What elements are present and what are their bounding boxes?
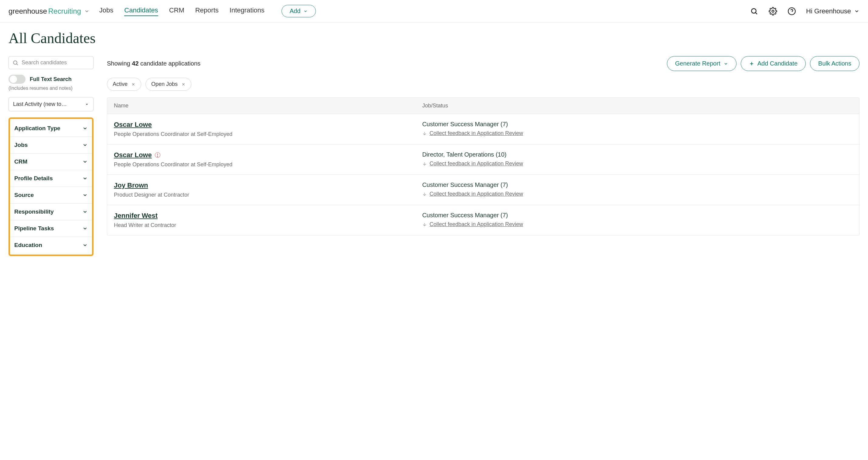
candidate-subtitle: Product Designer at Contractor bbox=[114, 192, 409, 198]
filter-education[interactable]: Education bbox=[10, 237, 92, 253]
full-text-toggle[interactable] bbox=[8, 75, 26, 84]
filter-responsibility[interactable]: Responsibility bbox=[10, 204, 92, 220]
candidate-name-link[interactable]: Joy Brown bbox=[114, 182, 148, 189]
chevron-down-icon bbox=[82, 142, 88, 148]
filter-label: Responsibility bbox=[14, 208, 54, 215]
main-header: Showing 42 candidate applications Genera… bbox=[107, 56, 860, 71]
bulk-actions-label: Bulk Actions bbox=[818, 60, 851, 67]
table-row: Joy Brown Product Designer at Contractor… bbox=[107, 174, 859, 205]
candidates-table: Name Job/Status Oscar Lowe People Operat… bbox=[107, 97, 860, 235]
arrow-down-icon bbox=[422, 192, 427, 197]
feedback-row: Collect feedback in Application Review bbox=[422, 191, 852, 197]
bulk-actions-button[interactable]: Bulk Actions bbox=[810, 56, 860, 71]
add-candidate-label: Add Candidate bbox=[757, 60, 798, 67]
feedback-row: Collect feedback in Application Review bbox=[422, 161, 852, 167]
feedback-row: Collect feedback in Application Review bbox=[422, 221, 852, 228]
filter-source[interactable]: Source bbox=[10, 187, 92, 204]
svg-point-0 bbox=[751, 8, 756, 13]
chip-label: Open Jobs bbox=[151, 81, 178, 88]
nav-candidates[interactable]: Candidates bbox=[124, 6, 158, 16]
job-title: Customer Success Manager (7) bbox=[422, 182, 852, 189]
table-header: Name Job/Status bbox=[107, 98, 859, 114]
search-input[interactable] bbox=[22, 60, 90, 66]
filter-label: Application Type bbox=[14, 125, 60, 132]
chevron-down-icon bbox=[82, 226, 88, 231]
filter-profile-details[interactable]: Profile Details bbox=[10, 170, 92, 187]
filter-label: Jobs bbox=[14, 142, 28, 149]
logo-text-1: greenhouse bbox=[8, 7, 47, 15]
column-job[interactable]: Job/Status bbox=[415, 98, 859, 114]
feedback-link[interactable]: Collect feedback in Application Review bbox=[429, 191, 523, 197]
filter-label: CRM bbox=[14, 158, 27, 165]
add-button[interactable]: Add bbox=[282, 5, 316, 17]
filter-label: Profile Details bbox=[14, 175, 53, 182]
column-name[interactable]: Name bbox=[107, 98, 415, 114]
page-title: All Candidates bbox=[8, 30, 860, 46]
alert-icon: ! bbox=[155, 152, 160, 158]
generate-report-button[interactable]: Generate Report bbox=[667, 56, 737, 71]
add-candidate-button[interactable]: Add Candidate bbox=[741, 56, 806, 71]
chevron-down-icon bbox=[854, 8, 860, 14]
filter-jobs[interactable]: Jobs bbox=[10, 137, 92, 154]
candidate-name-link[interactable]: Jennifer West bbox=[114, 212, 158, 220]
plus-icon bbox=[749, 61, 754, 66]
filter-chips: Active Open Jobs bbox=[107, 78, 860, 91]
search-icon bbox=[12, 60, 19, 66]
chevron-down-icon bbox=[82, 242, 88, 248]
chip-open-jobs[interactable]: Open Jobs bbox=[146, 78, 191, 91]
svg-line-6 bbox=[17, 64, 18, 65]
generate-report-label: Generate Report bbox=[675, 60, 720, 67]
filter-pipeline-tasks[interactable]: Pipeline Tasks bbox=[10, 220, 92, 237]
chevron-down-icon bbox=[303, 9, 308, 13]
chevron-down-icon bbox=[723, 61, 728, 66]
arrow-down-icon bbox=[422, 161, 427, 166]
search-icon[interactable] bbox=[749, 7, 759, 16]
sort-select-label: Last Activity (new to… bbox=[13, 101, 67, 107]
nav-crm[interactable]: CRM bbox=[169, 6, 184, 16]
arrow-down-icon bbox=[422, 131, 427, 136]
filter-panel: Application Type Jobs CRM Profile Detail… bbox=[8, 118, 94, 256]
chip-active[interactable]: Active bbox=[107, 78, 141, 91]
chevron-down-icon bbox=[82, 159, 88, 164]
svg-point-2 bbox=[772, 10, 774, 12]
full-text-toggle-row: Full Text Search bbox=[8, 75, 94, 84]
logo[interactable]: greenhouse Recruiting bbox=[8, 7, 90, 15]
nav-integrations[interactable]: Integrations bbox=[229, 6, 265, 16]
filter-crm[interactable]: CRM bbox=[10, 154, 92, 170]
table-row: Oscar Lowe ! People Operations Coordinat… bbox=[107, 144, 859, 174]
nav-reports[interactable]: Reports bbox=[195, 6, 219, 16]
full-text-sublabel: (Includes resumes and notes) bbox=[8, 86, 94, 91]
candidate-name-link[interactable]: Oscar Lowe ! bbox=[114, 151, 160, 159]
job-title: Customer Success Manager (7) bbox=[422, 121, 852, 128]
feedback-link[interactable]: Collect feedback in Application Review bbox=[429, 130, 523, 136]
top-right: Hi Greenhouse bbox=[749, 7, 860, 16]
table-row: Oscar Lowe People Operations Coordinator… bbox=[107, 114, 859, 144]
filter-label: Education bbox=[14, 242, 42, 249]
user-menu[interactable]: Hi Greenhouse bbox=[806, 7, 860, 15]
sort-select[interactable]: Last Activity (new to… bbox=[8, 97, 94, 111]
search-box[interactable] bbox=[8, 56, 94, 69]
job-title: Customer Success Manager (7) bbox=[422, 212, 852, 219]
feedback-row: Collect feedback in Application Review bbox=[422, 130, 852, 136]
full-text-label: Full Text Search bbox=[30, 76, 72, 83]
help-icon[interactable] bbox=[787, 7, 796, 16]
feedback-link[interactable]: Collect feedback in Application Review bbox=[429, 161, 523, 167]
candidate-subtitle: People Operations Coordinator at Self-Em… bbox=[114, 161, 409, 168]
chip-label: Active bbox=[113, 81, 128, 88]
close-icon[interactable] bbox=[181, 82, 186, 87]
showing-text: Showing 42 candidate applications bbox=[107, 60, 200, 67]
feedback-link[interactable]: Collect feedback in Application Review bbox=[429, 221, 523, 228]
main-content: Showing 42 candidate applications Genera… bbox=[107, 56, 860, 256]
candidate-subtitle: People Operations Coordinator at Self-Em… bbox=[114, 131, 409, 137]
gear-icon[interactable] bbox=[768, 7, 777, 16]
candidate-name-link[interactable]: Oscar Lowe bbox=[114, 121, 152, 129]
filter-application-type[interactable]: Application Type bbox=[10, 120, 92, 137]
table-row: Jennifer West Head Writer at Contractor … bbox=[107, 205, 859, 235]
candidate-subtitle: Head Writer at Contractor bbox=[114, 222, 409, 228]
nav-jobs[interactable]: Jobs bbox=[99, 6, 113, 16]
chevron-down-icon bbox=[82, 126, 88, 131]
user-menu-label: Hi Greenhouse bbox=[806, 7, 851, 15]
chevron-down-icon bbox=[82, 209, 88, 215]
close-icon[interactable] bbox=[131, 82, 135, 87]
job-title: Director, Talent Operations (10) bbox=[422, 151, 852, 158]
